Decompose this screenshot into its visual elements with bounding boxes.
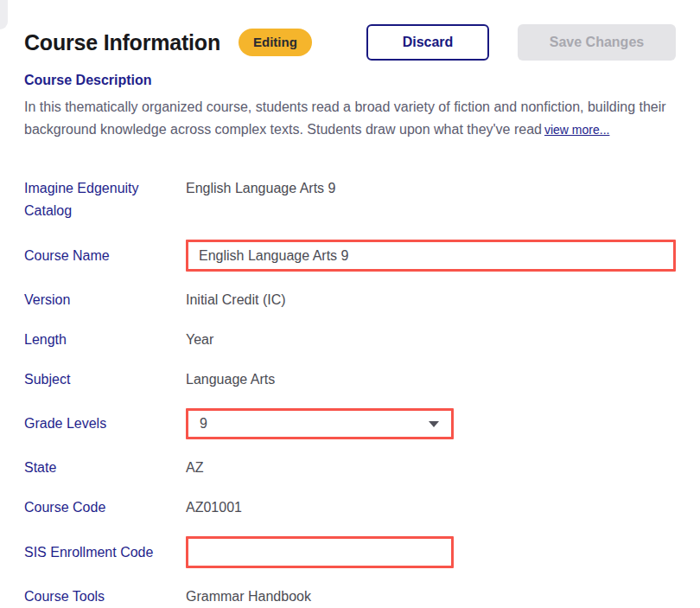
course-name-input[interactable] — [186, 240, 676, 272]
field-label-grade-levels: Grade Levels — [24, 413, 186, 435]
chevron-down-icon — [429, 421, 439, 427]
field-label-sis-enrollment-code: SIS Enrollment Code — [24, 541, 186, 564]
title-group: Course Information Editing — [24, 29, 312, 56]
field-value-subject: Language Arts — [186, 370, 676, 389]
field-label-imagine-edgenuity-catalog: Imagine Edgenuity Catalog — [24, 177, 186, 222]
field-value-state: AZ — [186, 458, 676, 477]
field-label-subject: Subject — [24, 368, 186, 391]
field-label-course-tools: Course Tools — [24, 586, 186, 608]
view-more-link[interactable]: view more... — [544, 123, 609, 137]
course-description-heading: Course Description — [24, 73, 676, 88]
field-value-course-tools: Grammar Handbook — [186, 587, 676, 606]
page-title: Course Information — [24, 30, 220, 55]
editing-status-badge: Editing — [239, 29, 312, 56]
field-value-course-code: AZ01001 — [186, 498, 676, 517]
course-description-text: In this thematically organized course, s… — [24, 96, 671, 141]
grade-levels-selected-value: 9 — [200, 416, 207, 432]
field-sis-enrollment-code — [186, 536, 676, 568]
save-changes-button: Save Changes — [518, 24, 676, 61]
sis-enrollment-code-input[interactable] — [186, 536, 454, 568]
field-grade-levels: 9 — [186, 408, 676, 439]
course-information-page: Course Information Editing Discard Save … — [0, 0, 700, 608]
page-header: Course Information Editing Discard Save … — [24, 24, 676, 61]
field-course-name — [186, 240, 676, 272]
grade-levels-select[interactable]: 9 — [186, 408, 454, 439]
field-label-course-code: Course Code — [24, 496, 186, 519]
course-information-form: Imagine Edgenuity Catalog English Langua… — [24, 177, 676, 608]
field-label-course-name: Course Name — [24, 245, 186, 267]
field-value-length: Year — [186, 330, 676, 349]
field-label-version: Version — [24, 289, 186, 311]
field-value-imagine-edgenuity-catalog: English Language Arts 9 — [186, 177, 676, 198]
discard-button[interactable]: Discard — [366, 24, 489, 61]
field-value-version: Initial Credit (IC) — [186, 291, 676, 310]
field-label-state: State — [24, 457, 186, 479]
corner-artifact — [0, 0, 8, 29]
header-buttons: Discard Save Changes — [366, 24, 676, 61]
field-label-length: Length — [24, 329, 186, 351]
